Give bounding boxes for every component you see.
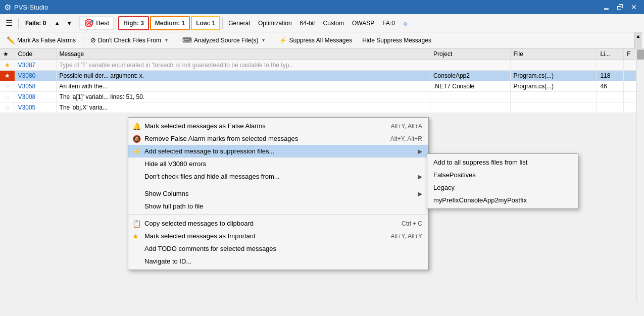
source-icon: ⌨ [182,36,192,44]
custom-filter-button[interactable]: Custom [320,16,348,30]
restore-button[interactable]: 🗗 [614,3,627,12]
menu-button[interactable]: ☰ [2,16,16,30]
dont-check-button[interactable]: ⊘ Don't Check Files From ▾ [86,34,172,47]
scrollbar-thumb[interactable] [637,49,644,60]
optimization-filter-button[interactable]: Optimization [255,16,295,30]
star-ctx-icon: ★ [132,232,139,240]
ctx-copy-clipboard[interactable]: 📋 Copy selected messages to clipboard Ct… [128,217,428,230]
suppress-all-button[interactable]: ⚡ Suppress All Messages [275,34,357,47]
context-menu: 🔔 Mark selected messages as False Alarms… [128,117,429,270]
submenu-add-all-label: Add to all suppress files from list [433,159,527,166]
submenu-add-all[interactable]: Add to all suppress files from list [427,156,578,169]
app-icon: ⚙ [4,3,11,12]
submenu-false-positives-label: FalsePositives [433,171,476,179]
row-file [510,92,597,102]
ctx-mark-false-alarms-shortcut: Alt+Y, Alt+A [391,123,423,130]
filter-funnel-icon[interactable]: ⬦ [401,17,410,29]
table-row[interactable]: ☆ V3058 An item with the... .NET7 Consol… [0,81,644,92]
ctx-mark-important-shortcut: Alt+Y, Alt+Y [391,233,423,240]
tb2-separator-2 [175,35,175,45]
toolbar-scroll-button[interactable]: ▲ [634,32,642,48]
row-code[interactable]: V3008 [15,92,56,102]
col-header-code[interactable]: Code [15,48,56,60]
row-star[interactable]: ☆ [0,81,15,92]
col-header-project[interactable]: Project [430,48,510,60]
ctx-navigate-id-label: Navigate to ID... [144,257,191,265]
row-code[interactable]: V3005 [15,102,56,113]
analyzed-source-button[interactable]: ⌨ Analyzed Source File(s) ▾ [178,34,269,47]
row-star[interactable]: ★ [0,71,15,81]
submenu-my-prefix[interactable]: myPrefixConsoleApp2myPostfix [427,194,578,206]
ctx-add-todo[interactable]: Add TODO comments for selected messages [128,242,428,255]
submenu-legacy[interactable]: Legacy [427,181,578,194]
app-title: PVS-Studio [14,4,48,11]
row-project [430,102,510,113]
row-project: ConsoleApp2 [430,71,510,81]
no-circle-icon: ⊘ [90,36,96,44]
fa-filter-button[interactable]: FA:0 [379,16,399,30]
ctx-copy-clipboard-label: Copy selected messages to clipboard [144,220,254,227]
ctx-show-columns-label: Show Columns [144,190,188,197]
col-header-message[interactable]: Message [56,48,430,60]
row-code[interactable]: V3080 [15,71,56,81]
col-header-line[interactable]: Li... [597,48,624,60]
close-button[interactable]: ✕ [628,3,640,12]
col-header-file[interactable]: File [510,48,597,60]
row-message: Type of 'T' variable enumerated in 'fore… [56,60,430,71]
ctx-add-suppression[interactable]: ⚡ Add selected message to suppression fi… [128,145,428,157]
ctx-navigate-id[interactable]: Navigate to ID... [128,255,428,268]
row-star[interactable]: ☆ [0,92,15,102]
ctx-hide-v3080[interactable]: Hide all V3080 errors [128,157,428,170]
minimize-button[interactable]: 🗕 [600,3,613,12]
table-row[interactable]: ★ V3080 Possible null der... argument: x… [0,71,644,81]
best-filter[interactable]: 🎯 Best [79,16,114,30]
ctx-dont-check[interactable]: Don't check files and hide all messages … [128,170,428,183]
ctx-mark-false-alarms[interactable]: 🔔 Mark selected messages as False Alarms… [128,120,428,132]
results-table-container: ★ Code Message Project File Li [0,48,644,302]
low-filter-button[interactable]: Low: 1 [191,16,220,30]
separator-1 [18,18,19,29]
64bit-filter-button[interactable]: 64-bit [296,16,319,30]
row-star[interactable]: ☆ [0,102,15,113]
row-code[interactable]: V3058 [15,81,56,92]
submenu-arrow-2-icon: ▶ [418,173,422,180]
hide-suppress-button[interactable]: Hide Suppress Messages [358,34,436,47]
vertical-scrollbar[interactable] [636,48,644,302]
ctx-separator-1 [128,185,428,185]
submenu-legacy-label: Legacy [433,184,455,191]
row-file: Program.cs(...) [510,81,597,92]
high-filter-button[interactable]: High: 3 [118,16,149,30]
submenu-arrow-3-icon: ▶ [418,190,422,197]
medium-filter-button[interactable]: Medium: 1 [150,16,190,30]
ctx-mark-important[interactable]: ★ Mark selected messages as Important Al… [128,230,428,242]
row-project [430,92,510,102]
submenu-arrow-icon: ▶ [418,148,422,155]
row-line: 118 [597,71,624,81]
hamburger-icon: ☰ [6,18,13,28]
separator-4 [222,18,223,29]
ctx-show-full-path[interactable]: Show full path to file [128,200,428,213]
table-row[interactable]: ★ V3087 Type of 'T' variable enumerated … [0,60,644,71]
row-project [430,60,510,71]
up-arrow-button[interactable]: ▲ [52,16,63,30]
table-row[interactable]: ☆ V3008 The 'a[1]' variabl... lines: 51,… [0,92,644,102]
ctx-show-columns[interactable]: Show Columns ▶ [128,187,428,200]
best-label: Best [96,19,109,27]
row-message: The 'a[1]' variabl... lines: 51, 50. [56,92,430,102]
row-line: 46 [597,81,624,92]
row-code[interactable]: V3087 [15,60,56,71]
submenu-my-prefix-label: myPrefixConsoleApp2myPostfix [433,196,527,204]
submenu-false-positives[interactable]: FalsePositives [427,169,578,181]
suppression-submenu: Add to all suppress files from list Fals… [427,153,578,209]
row-star[interactable]: ★ [0,60,15,71]
general-filter-button[interactable]: General [225,16,254,30]
ctx-remove-false-alarm[interactable]: 🔕 Remove False Alarm marks from selected… [128,132,428,145]
title-bar: ⚙ PVS-Studio 🗕 🗗 ✕ [0,0,644,14]
owasp-filter-button[interactable]: OWASP [349,16,378,30]
ctx-mark-false-alarms-label: Mark selected messages as False Alarms [144,122,266,130]
table-row[interactable]: ☆ V3005 The 'obj.X' varia... [0,102,644,113]
clipboard-icon: 📋 [132,220,141,228]
ctx-hide-v3080-label: Hide all V3080 errors [144,160,206,168]
mark-false-alarms-button[interactable]: ✏️ Mark As False Alarms [2,34,80,47]
down-arrow-button[interactable]: ▼ [64,16,75,30]
